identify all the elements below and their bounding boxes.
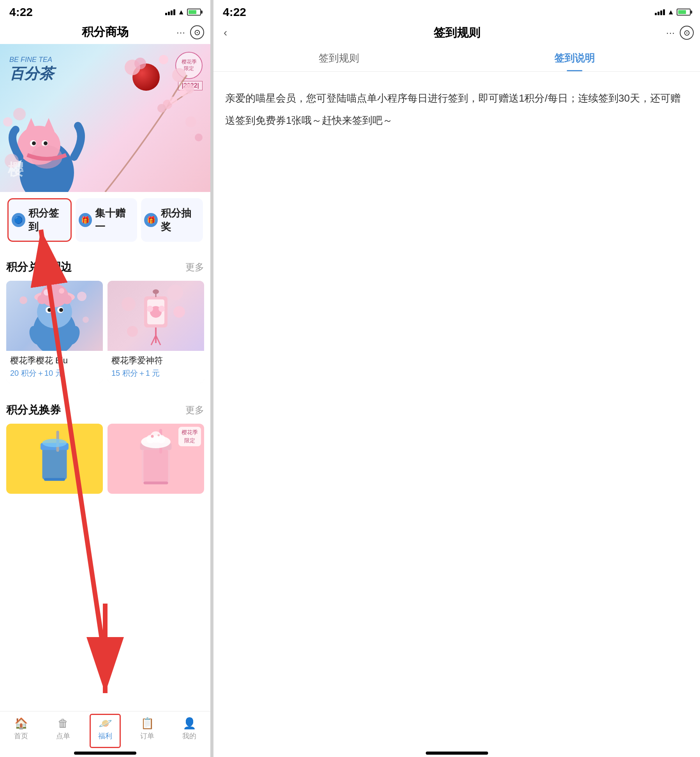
- product-img-2: [108, 281, 204, 351]
- nav-title-right: 签到规则: [434, 25, 480, 41]
- svg-point-10: [134, 58, 146, 69]
- svg-point-53: [153, 289, 159, 294]
- nav-actions-left: ···: [176, 25, 204, 39]
- merch-section-header: 积分兑换周边 更多: [6, 260, 204, 275]
- svg-point-30: [41, 284, 68, 307]
- svg-point-57: [42, 439, 67, 447]
- collect-label: 集十赠一: [95, 206, 134, 234]
- bottom-spacer: [0, 502, 210, 509]
- svg-point-32: [59, 288, 64, 294]
- svg-point-20: [157, 104, 166, 113]
- tab-welfare[interactable]: 🪐 福利: [84, 717, 126, 741]
- sakura-flowers: [0, 44, 210, 192]
- signal-icon: [165, 9, 175, 15]
- voucher-card-1[interactable]: [6, 424, 103, 494]
- product-info-2: 樱花季爱神符 15 积分＋1 元: [108, 351, 204, 383]
- svg-point-66: [151, 435, 153, 438]
- product-card-1[interactable]: 樱花季樱花 Biu 20 积分＋10 元: [6, 281, 103, 383]
- hero-banner: BE FINE TEA 百分茶 樱花季 限定 |2022|: [0, 44, 210, 192]
- voucher-badge-text: 樱花季限定: [182, 429, 198, 444]
- svg-rect-58: [44, 478, 65, 481]
- voucher-grid: 樱花季限定: [6, 424, 204, 494]
- right-phone: 4:22 ▲ ‹ 签到规则 ··· 签到规则 签到说明 亲爱的喵星会员，您可登陆…: [213, 0, 700, 757]
- voucher-img-2: 樱花季限定: [108, 424, 204, 494]
- action-btn-collect[interactable]: 🎁 集十赠一: [76, 198, 138, 242]
- svg-point-19: [169, 97, 177, 104]
- battery-icon-right: [677, 9, 691, 16]
- more-icon-left[interactable]: ···: [176, 27, 185, 38]
- signal-icon-right: [655, 9, 665, 15]
- svg-point-16: [195, 134, 203, 141]
- svg-point-67: [158, 434, 160, 436]
- tab-checkin-desc-label: 签到说明: [554, 52, 595, 64]
- svg-point-47: [159, 306, 165, 312]
- product-name-2: 樱花季爱神符: [111, 355, 200, 366]
- article-text: 亲爱的喵星会员，您可登陆喵点单小程序每日进行签到，即可赠送1积分/每日；连续签到…: [225, 87, 688, 132]
- voucher-title: 积分兑换券: [6, 403, 61, 417]
- action-btn-lottery[interactable]: 🎁 积分抽奖: [141, 198, 203, 242]
- svg-point-37: [19, 296, 27, 304]
- tab-mine[interactable]: 👤 我的: [168, 717, 210, 741]
- tab-checkin-rules[interactable]: 签到规则: [221, 45, 457, 71]
- merch-section: 积分兑换周边 更多: [0, 252, 210, 391]
- svg-rect-69: [144, 482, 168, 484]
- tab-order[interactable]: 🗑 点单: [42, 717, 84, 741]
- voucher-section: 积分兑换券 更多: [0, 395, 210, 502]
- battery-fill-right: [678, 10, 686, 14]
- svg-rect-68: [144, 450, 168, 482]
- product-name-1: 樱花季樱花 Biu: [10, 355, 99, 366]
- tab-orders[interactable]: 📋 订单: [126, 717, 168, 741]
- article-content: 亲爱的喵星会员，您可登陆喵点单小程序每日进行签到，即可赠送1积分/每日；连续签到…: [213, 72, 700, 748]
- merch-more[interactable]: 更多: [185, 261, 204, 273]
- home-indicator-left: [74, 752, 136, 755]
- phone-separator: [210, 0, 213, 757]
- tab-welfare-label: 福利: [98, 731, 112, 741]
- svg-point-13: [13, 108, 26, 120]
- welfare-icon: 🪐: [99, 717, 112, 730]
- product-info-1: 樱花季樱花 Biu 20 积分＋10 元: [6, 351, 103, 383]
- svg-point-46: [147, 306, 153, 312]
- svg-point-38: [77, 292, 86, 301]
- svg-point-12: [159, 55, 168, 64]
- quick-actions: 🔵 积分签到 🎁 集十赠一 🎁 积分抽奖: [0, 192, 210, 248]
- back-button[interactable]: ‹: [220, 24, 231, 41]
- svg-point-49: [173, 306, 185, 318]
- voucher-more[interactable]: 更多: [185, 404, 204, 416]
- lottery-icon: 🎁: [144, 213, 158, 227]
- svg-point-28: [59, 308, 63, 312]
- svg-point-34: [62, 295, 72, 304]
- home-icon: 🏠: [14, 717, 28, 730]
- svg-point-31: [44, 289, 50, 296]
- product-price-2: 15 积分＋1 元: [111, 368, 200, 378]
- quick-actions-wrapper: 🔵 积分签到 🎁 集十赠一 🎁 积分抽奖: [0, 192, 210, 248]
- battery-fill: [189, 10, 196, 14]
- more-icon-right[interactable]: ···: [666, 27, 675, 38]
- wifi-icon: ▲: [178, 8, 185, 16]
- voucher-card-2[interactable]: 樱花季限定: [108, 424, 204, 494]
- action-btn-checkin[interactable]: 🔵 积分签到: [7, 198, 72, 242]
- tab-home[interactable]: 🏠 首页: [0, 717, 42, 741]
- tab-checkin-desc[interactable]: 签到说明: [457, 45, 693, 71]
- product-card-2[interactable]: 樱花季爱神符 15 积分＋1 元: [108, 281, 204, 383]
- left-phone: 4:22 ▲ 积分商场 ··· B: [0, 0, 210, 757]
- order-icon: 🗑: [58, 717, 69, 730]
- svg-point-48: [122, 297, 136, 311]
- product-grid: 樱花季樱花 Biu 20 积分＋10 元: [6, 281, 204, 383]
- nav-title-left: 积分商场: [82, 24, 129, 40]
- product-price-1: 20 积分＋10 元: [10, 368, 99, 378]
- target-icon-left[interactable]: [190, 25, 204, 39]
- voucher-section-header: 积分兑换券 更多: [6, 403, 204, 417]
- scroll-content-left[interactable]: BE FINE TEA 百分茶 樱花季 限定 |2022|: [0, 44, 210, 711]
- nav-bar-left: 积分商场 ···: [0, 21, 210, 44]
- svg-point-22: [179, 89, 187, 97]
- tab-order-label: 点单: [56, 731, 70, 741]
- status-bar-right: 4:22 ▲: [213, 0, 700, 21]
- status-icons-right: ▲: [655, 8, 691, 16]
- battery-icon: [187, 9, 201, 16]
- tab-home-label: 首页: [14, 731, 28, 741]
- target-icon-right[interactable]: [680, 26, 694, 40]
- sakura-watermark: 樱: [8, 159, 23, 180]
- status-icons-left: ▲: [165, 8, 201, 16]
- status-bar-left: 4:22 ▲: [0, 0, 210, 21]
- content-tabs: 签到规则 签到说明: [213, 45, 700, 72]
